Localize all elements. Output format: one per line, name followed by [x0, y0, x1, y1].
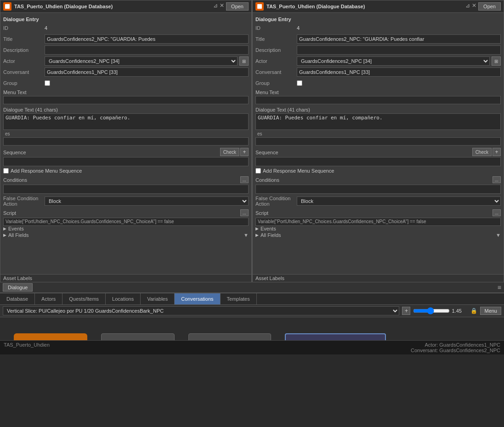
right-menu-text-label: Menu Text [255, 90, 501, 95]
right-dialogue-entry-label: Dialogue Entry [255, 17, 501, 22]
left-script-value: Variable["PortUhdien_NPC_Choices.GuardsC… [3, 218, 249, 226]
left-panel-body: Dialogue Entry ID 4 Title Description Ac… [0, 13, 251, 274]
tab-variables[interactable]: Variables [141, 293, 175, 304]
right-sequence-input[interactable] [255, 157, 501, 166]
menu-button[interactable]: Menu [480, 307, 501, 315]
canvas-area[interactable]: <START> ▶ {group} <input> ▶ GUARDIA ASUS… [0, 317, 504, 340]
left-events-label: Events [8, 226, 24, 231]
left-menu-text-label: Menu Text [3, 90, 249, 95]
left-all-fields-label: All Fields [8, 232, 29, 238]
right-id-label: ID [255, 25, 297, 31]
zoom-control: 1.45 [413, 307, 468, 315]
left-check-button[interactable]: Check [220, 148, 239, 156]
left-conditions-label: Conditions [3, 177, 27, 183]
status-right: Actor: GuardsConfidences1_NPC Conversant… [411, 342, 500, 353]
right-script-ellipsis-button[interactable]: ... [493, 209, 501, 216]
status-left: TAS_Puerto_Uhdien [4, 342, 50, 353]
left-actor-select[interactable]: GuardsConfidences2_NPC [34] [45, 56, 238, 66]
left-actor-edit-button[interactable]: ⊞ [239, 56, 249, 66]
zoom-value: 1.45 [452, 308, 468, 314]
right-plus-button[interactable]: + [493, 148, 501, 156]
left-conditions-ellipsis-button[interactable]: ... [240, 176, 249, 183]
right-false-condition-label: False Condition Action [255, 196, 297, 207]
right-open-button[interactable]: Open [478, 2, 501, 11]
right-add-response-checkbox[interactable] [255, 168, 261, 174]
left-asset-labels: Asset Labels [0, 274, 251, 282]
right-check-button[interactable]: Check [472, 148, 492, 156]
node-guardia1[interactable]: GUARDIA ASUSTADO: Si esto [188, 333, 271, 340]
zoom-slider[interactable] [413, 307, 450, 315]
left-lang-text-input[interactable] [3, 137, 249, 146]
right-title-label: Title [255, 36, 297, 42]
right-add-response-label: Add Response Menu Sequence [263, 168, 334, 174]
right-conversant-label: Conversant [255, 69, 297, 75]
right-description-input[interactable] [297, 45, 501, 55]
right-false-condition-select[interactable]: Block [297, 197, 501, 206]
tab-quests[interactable]: Quests/Items [62, 293, 106, 304]
dialogue-menu-icon[interactable]: ≡ [498, 284, 501, 291]
right-group-checkbox[interactable] [297, 80, 302, 86]
tab-database[interactable]: Database [0, 293, 35, 304]
right-events-label: Events [260, 226, 276, 231]
toolbar-plus-button[interactable]: + [402, 307, 410, 315]
left-add-response-label: Add Response Menu Sequence [11, 168, 82, 174]
left-false-condition-label: False Condition Action [3, 196, 45, 207]
right-title-input[interactable] [297, 34, 501, 44]
left-description-input[interactable] [45, 45, 249, 55]
left-events-row[interactable]: ▶ Events [3, 226, 249, 231]
left-close-icon[interactable]: ✕ [220, 2, 224, 11]
right-group-label: Group [255, 80, 297, 86]
right-all-fields-expand-icon: ▼ [496, 232, 501, 238]
tab-locations[interactable]: Locations [106, 293, 141, 304]
left-open-button[interactable]: Open [226, 2, 249, 11]
right-actor-select[interactable]: GuardsConfidences2_NPC [34] [297, 56, 490, 66]
node-group[interactable]: {group} <input> [101, 333, 175, 340]
left-id-value: 4 [45, 25, 249, 31]
left-menu-text-input[interactable] [3, 96, 249, 104]
dialogue-tab-row: Dialogue ≡ [0, 282, 504, 293]
node-guardia2[interactable]: GUARDIA: Puedes confiar en [285, 333, 386, 340]
left-conversant-label: Conversant [3, 69, 45, 75]
left-all-fields-row[interactable]: ▶ All Fields ▼ [3, 232, 249, 238]
right-all-fields-label: All Fields [260, 232, 281, 238]
right-conversant-select[interactable]: GuardsConfidences1_NPC [33] [297, 67, 501, 77]
right-script-value: Variable["PortUhdien_NPC_Choices.GuardsC… [255, 218, 501, 226]
left-script-label: Script [3, 210, 16, 216]
left-pin-icon[interactable]: ⊿ [213, 2, 218, 11]
left-conversant-select[interactable]: GuardsConfidences1_NPC [33] [45, 67, 249, 77]
left-script-ellipsis-button[interactable]: ... [240, 209, 249, 216]
left-group-checkbox[interactable] [45, 80, 50, 86]
left-false-condition-select[interactable]: Block [45, 197, 249, 206]
left-all-fields-expand-icon: ▼ [244, 232, 249, 238]
lock-icon[interactable]: 🔒 [470, 308, 477, 314]
tab-conversations[interactable]: Conversations [175, 293, 220, 304]
left-conditions-input[interactable] [3, 185, 249, 194]
right-menu-text-input[interactable] [255, 96, 501, 104]
left-plus-button[interactable]: + [240, 148, 249, 156]
right-actor-edit-button[interactable]: ⊞ [492, 56, 501, 66]
left-panel: TAS_Puerto_Uhdien (Dialogue Database) ⊿ … [0, 0, 252, 282]
right-all-fields-row[interactable]: ▶ All Fields ▼ [255, 232, 501, 238]
right-asset-labels: Asset Labels [253, 274, 504, 282]
right-conditions-input[interactable] [255, 185, 501, 194]
right-dialogue-text-input[interactable]: GUARDIA: Puedes confiar en mí, compañero… [255, 113, 501, 130]
left-lang-label: es [5, 131, 10, 136]
right-lang-text-input[interactable] [255, 137, 501, 146]
tab-actors[interactable]: Actors [35, 293, 62, 304]
right-conditions-ellipsis-button[interactable]: ... [493, 176, 501, 183]
left-description-label: Description [3, 47, 45, 53]
right-dialogue-text-label: Dialogue Text (41 chars) [255, 107, 501, 112]
left-title-label: Title [3, 36, 45, 42]
left-sequence-input[interactable] [3, 157, 249, 166]
tab-templates[interactable]: Templates [221, 293, 257, 304]
dialogue-tab-button[interactable]: Dialogue [3, 283, 33, 292]
right-close-icon[interactable]: ✕ [472, 2, 476, 11]
left-add-response-checkbox[interactable] [3, 168, 9, 174]
path-select[interactable]: Vertical Slice: PU/Callejeo por PU 1/20 … [3, 306, 399, 315]
right-events-arrow: ▶ [255, 226, 259, 231]
node-start[interactable]: <START> [14, 333, 87, 340]
right-events-row[interactable]: ▶ Events [255, 226, 501, 231]
right-pin-icon[interactable]: ⊿ [465, 2, 470, 11]
left-dialogue-text-input[interactable]: GUARDIA: Puedes confiar en mí, compañero… [3, 113, 249, 130]
left-title-input[interactable] [45, 34, 249, 44]
